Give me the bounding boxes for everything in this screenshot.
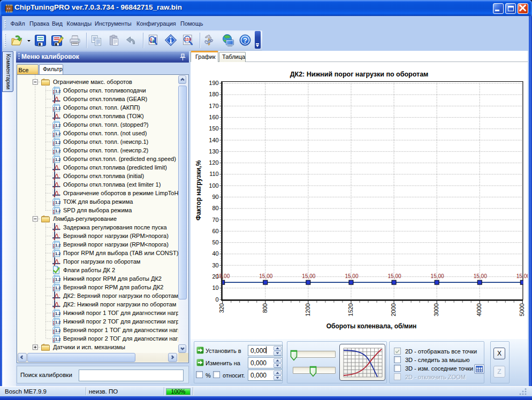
svg-text:100: 100 (209, 182, 218, 189)
svg-text:170: 170 (209, 103, 218, 109)
svg-text:Нижний порог RPM для работы ДК: Нижний порог RPM для работы ДК2 (63, 275, 162, 282)
svg-text:ДК2: Нижний порог нагрузки по: ДК2: Нижний порог нагрузки по оборотам (63, 301, 176, 307)
svg-text:1200: 1200 (305, 303, 311, 316)
svg-text:Обороты откл. топл. (неиспр.2): Обороты откл. топл. (неиспр.2) (63, 147, 148, 153)
svg-text:Обороты коленвала, об/мин: Обороты коленвала, об/мин (326, 322, 417, 330)
svg-text:Нижний порог 1 ТОГ для диагнос: Нижний порог 1 ТОГ для диагностики нагре… (63, 310, 178, 316)
svg-text:Обороты откл.топл. (predicted: Обороты откл.топл. (predicted eng.speed) (63, 156, 176, 162)
svg-text:Обороты откл. топливоподачи: Обороты откл. топливоподачи (63, 87, 146, 94)
svg-text:Фактор нагрузки,%: Фактор нагрузки,% (195, 160, 202, 220)
svg-text:1.2: 1.2 (55, 132, 60, 136)
svg-text:1.2: 1.2 (55, 89, 60, 94)
svg-text:Обороты откл. топл. (not used): Обороты откл. топл. (not used) (63, 130, 147, 136)
svg-text:Порог нагрузки по оборотам: Порог нагрузки по оборотам (63, 258, 140, 265)
svg-text:1.2: 1.2 (55, 209, 60, 213)
svg-text:40: 40 (212, 250, 218, 257)
svg-text:Обороты откл. топл. (неиспр.1): Обороты откл. топл. (неиспр.1) (63, 139, 148, 145)
svg-text:ДК2: Нижний порог нагрузки по: ДК2: Нижний порог нагрузки по оборотам (290, 71, 429, 78)
svg-text:SPD для выбора режима: SPD для выбора режима (63, 207, 132, 213)
svg-text:Верхний порог нагрузки (RPM<по: Верхний порог нагрузки (RPM<порога) (63, 241, 169, 248)
svg-text:Обороты откл.топлива (initial): Обороты откл.топлива (initial) (63, 173, 144, 179)
svg-text:0: 0 (216, 296, 219, 303)
svg-text:80: 80 (212, 205, 218, 211)
svg-text:Задержка регулирования после п: Задержка регулирования после пуска (63, 224, 167, 230)
svg-text:5000: 5000 (519, 303, 525, 316)
svg-text:320: 320 (218, 303, 225, 313)
svg-text:1.2: 1.2 (55, 243, 60, 248)
svg-text:15,00: 15,00 (345, 273, 358, 279)
svg-text:160: 160 (209, 114, 218, 120)
svg-text:15,00: 15,00 (474, 273, 487, 279)
svg-text:Ограничение оборотов в режиме: Ограничение оборотов в режиме LimpToHome (63, 190, 178, 196)
svg-text:15,00: 15,00 (388, 273, 401, 279)
svg-text:?: ? (243, 36, 247, 44)
svg-text:1.2: 1.2 (55, 320, 60, 325)
svg-text:1.2: 1.2 (55, 157, 60, 162)
svg-text:50: 50 (212, 239, 218, 245)
svg-text:1.2: 1.2 (55, 200, 60, 205)
svg-text:1.2: 1.2 (55, 311, 60, 316)
svg-text:140: 140 (209, 137, 218, 143)
svg-text:2000: 2000 (390, 303, 397, 316)
svg-text:1.2: 1.2 (55, 277, 60, 282)
svg-text:ДК2: Верхний порог нагрузки по: ДК2: Верхний порог нагрузки по оборотам (63, 293, 178, 299)
svg-text:Обороты откл.топлива (ext limi: Обороты откл.топлива (ext limiter 1) (63, 181, 161, 188)
svg-text:Верхний порог нагрузки (RPM>по: Верхний порог нагрузки (RPM>порога) (63, 233, 169, 239)
svg-text:1.2: 1.2 (55, 123, 60, 128)
svg-text:15,00: 15,00 (302, 273, 315, 279)
svg-text:Флаги работы ДК 2: Флаги работы ДК 2 (63, 267, 115, 273)
svg-text:Лямбда-регулирование: Лямбда-регулирование (53, 216, 117, 222)
svg-text:190: 190 (209, 80, 218, 86)
svg-text:15,00: 15,00 (259, 273, 272, 279)
svg-text:30: 30 (212, 262, 218, 268)
svg-text:Верхний порог 2 ТОГ для диагно: Верхний порог 2 ТОГ для диагностики нагр… (63, 335, 178, 342)
svg-text:ТОЖ для выбора режима: ТОЖ для выбора режима (63, 198, 133, 205)
svg-text:130: 130 (209, 148, 218, 155)
svg-text:Верхний порог 1 ТОГ для диагно: Верхний порог 1 ТОГ для диагностики нагр… (63, 327, 178, 333)
svg-text:1520: 1520 (347, 303, 354, 316)
svg-text:15,00: 15,00 (216, 273, 230, 279)
svg-text:180: 180 (209, 91, 218, 97)
svg-text:60: 60 (212, 228, 218, 234)
svg-text:1.2: 1.2 (55, 337, 60, 342)
svg-text:15,00: 15,00 (431, 273, 444, 279)
svg-text:Датчики и исп. механизмы: Датчики и исп. механизмы (53, 344, 125, 350)
svg-text:70: 70 (212, 217, 218, 223)
svg-text:800: 800 (262, 303, 268, 313)
svg-text:15,00: 15,00 (516, 273, 528, 279)
svg-text:Обороты откл.топлива (ТОЖ): Обороты откл.топлива (ТОЖ) (63, 113, 144, 119)
svg-text:1.2: 1.2 (55, 106, 60, 111)
svg-text:1.2: 1.2 (55, 251, 60, 256)
svg-text:150: 150 (209, 125, 218, 132)
svg-text:Нижний порог 2 ТОГ для диагнос: Нижний порог 2 ТОГ для диагностики нагре… (63, 318, 178, 325)
svg-text:Обороты откл. топл. (АКПП): Обороты откл. топл. (АКПП) (63, 104, 140, 111)
svg-text:Обороты откл. топл. (stopped?): Обороты откл. топл. (stopped?) (63, 121, 148, 128)
svg-text:110: 110 (185, 37, 191, 42)
svg-text:10: 10 (212, 284, 218, 291)
svg-text:120: 120 (209, 159, 218, 166)
svg-text:4000: 4000 (476, 303, 482, 316)
svg-text:1.2: 1.2 (55, 328, 60, 333)
svg-text:Обороты откл.топлива (predicte: Обороты откл.топлива (predicted limit) (63, 164, 167, 171)
svg-text:Порог RPM для выбора (TAB или: Порог RPM для выбора (TAB или CONST) (63, 250, 178, 256)
svg-text:1.2: 1.2 (55, 149, 60, 153)
svg-text:3000: 3000 (433, 303, 439, 316)
svg-text:Обороты откл.топлива (GEAR): Обороты откл.топлива (GEAR) (63, 96, 147, 102)
svg-text:Верхний порог RPM для работы Д: Верхний порог RPM для работы ДК2 (63, 284, 163, 290)
svg-text:1.2: 1.2 (55, 286, 60, 290)
svg-text:1.2: 1.2 (55, 140, 60, 145)
svg-text:90: 90 (212, 194, 218, 200)
svg-text:Ограничение макс. оборотов: Ограничение макс. оборотов (53, 79, 132, 85)
svg-text:110: 110 (209, 171, 219, 177)
